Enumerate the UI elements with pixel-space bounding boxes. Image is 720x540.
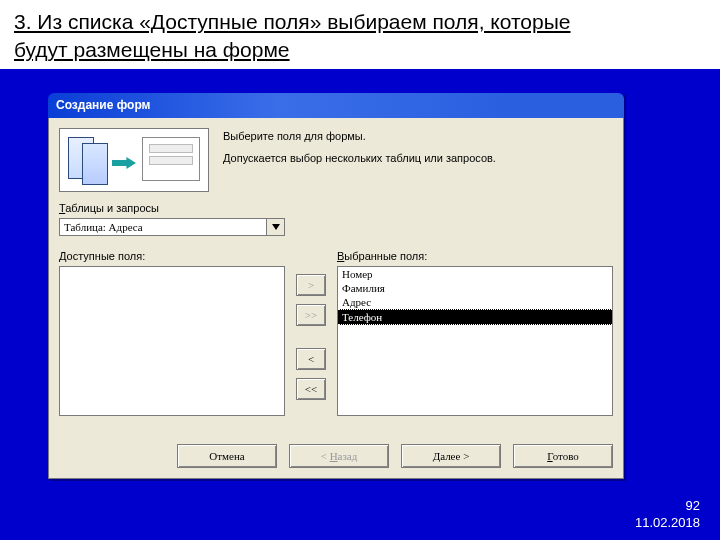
dialog-body: Выберите поля для формы. Допускается выб… [48, 118, 624, 479]
list-item[interactable]: Фамилия [338, 281, 612, 295]
move-left-button[interactable]: < [296, 348, 326, 370]
selected-fields-listbox[interactable]: НомерФамилияАдресТелефон [337, 266, 613, 416]
arrow-icon [112, 157, 136, 169]
heading-line2: будут размещены на форме [14, 38, 290, 61]
move-right-button[interactable]: > [296, 274, 326, 296]
move-all-left-button[interactable]: << [296, 378, 326, 400]
tables-combo-input[interactable] [60, 219, 266, 235]
cancel-button[interactable]: Отмена [177, 444, 277, 468]
available-fields-listbox[interactable] [59, 266, 285, 416]
available-fields-label: Доступные поля: [59, 250, 285, 262]
dialog-title: Создание форм [56, 98, 150, 112]
slide-footer: 92 11.02.2018 [635, 498, 700, 532]
selected-fields-label: Выбранные поля: [337, 250, 613, 262]
tables-combo-dropdown-button[interactable] [266, 219, 284, 235]
wizard-banner-image [59, 128, 209, 192]
form-wizard-dialog: Создание форм Выберите поля для формы. Д… [48, 93, 624, 479]
banner-line2: Допускается выбор нескольких таблиц или … [223, 152, 613, 164]
banner-line1: Выберите поля для формы. [223, 130, 613, 142]
move-all-right-button[interactable]: >> [296, 304, 326, 326]
slide-heading: 3. Из списка «Доступные поля» выбираем п… [0, 0, 720, 69]
heading-line1: 3. Из списка «Доступные поля» выбираем п… [14, 10, 571, 33]
list-item[interactable]: Адрес [338, 295, 612, 309]
next-button[interactable]: Далее > [401, 444, 501, 468]
dialog-footer: Отмена < Назад Далее > Готово [59, 434, 613, 468]
wizard-banner-text: Выберите поля для формы. Допускается выб… [223, 128, 613, 164]
tables-combo[interactable] [59, 218, 285, 236]
svg-marker-0 [272, 224, 280, 230]
dialog-titlebar: Создание форм [48, 93, 624, 118]
chevron-down-icon [272, 224, 280, 230]
back-button[interactable]: < Назад [289, 444, 389, 468]
tables-label: Таблицы и запросы [59, 202, 613, 214]
wizard-banner: Выберите поля для формы. Допускается выб… [59, 128, 613, 192]
slide-page-number: 92 [635, 498, 700, 515]
move-buttons-column: > >> < << [293, 246, 329, 416]
finish-button[interactable]: Готово [513, 444, 613, 468]
slide-date: 11.02.2018 [635, 515, 700, 532]
list-item[interactable]: Номер [338, 267, 612, 281]
list-item[interactable]: Телефон [338, 309, 612, 325]
